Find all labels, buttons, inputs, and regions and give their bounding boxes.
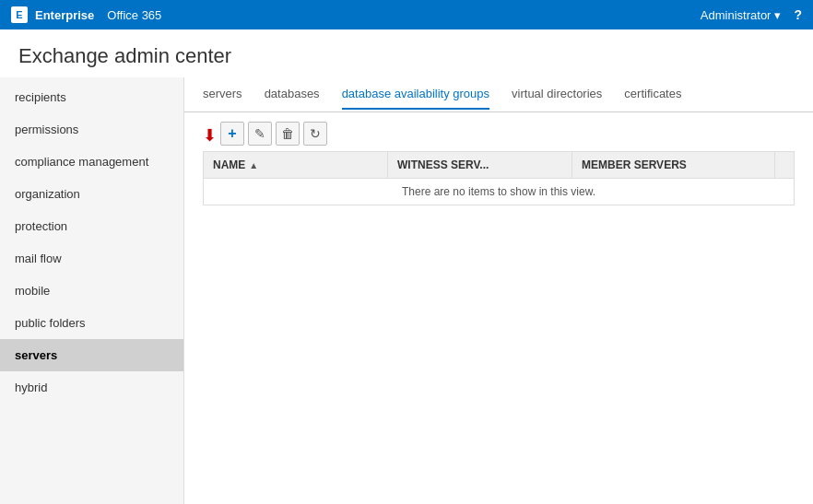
delete-button[interactable]: 🗑 bbox=[276, 122, 300, 146]
empty-message: There are no items to show in this view. bbox=[204, 179, 795, 205]
col-member-label: MEMBER SERVERS bbox=[582, 158, 687, 171]
sidebar-item-mail-flow[interactable]: mail flow bbox=[0, 242, 183, 275]
chevron-down-icon: ▾ bbox=[774, 8, 781, 22]
sidebar-item-compliance-management[interactable]: compliance management bbox=[0, 146, 183, 178]
admin-label: Administrator bbox=[701, 8, 772, 22]
tab-servers[interactable]: servers bbox=[203, 79, 242, 110]
sidebar: recipients permissions compliance manage… bbox=[0, 77, 184, 504]
col-header-extra bbox=[775, 152, 795, 179]
app-logo: E bbox=[11, 6, 28, 23]
sidebar-item-mobile[interactable]: mobile bbox=[0, 275, 183, 307]
topbar-right: Administrator ▾ ? bbox=[701, 7, 802, 22]
admin-menu[interactable]: Administrator ▾ bbox=[701, 8, 782, 22]
add-arrow-icon: ⬇ bbox=[203, 127, 217, 144]
toolbar: ⬇ + ✎ 🗑 ↻ bbox=[184, 112, 813, 151]
topbar: E Enterprise Office 365 Administrator ▾ … bbox=[0, 0, 813, 29]
layout: recipients permissions compliance manage… bbox=[0, 77, 813, 504]
col-name-label: NAME bbox=[213, 158, 245, 171]
refresh-button[interactable]: ↻ bbox=[303, 122, 327, 146]
table-empty-row: There are no items to show in this view. bbox=[204, 179, 795, 205]
tab-database-availability-groups[interactable]: database availability groups bbox=[342, 79, 489, 110]
tab-certificates[interactable]: certificates bbox=[624, 79, 681, 110]
tab-bar: servers databases database availability … bbox=[184, 77, 813, 112]
table-container: NAME ▲ WITNESS SERV... MEMBER SERVERS bbox=[184, 151, 813, 504]
col-header-member[interactable]: MEMBER SERVERS bbox=[572, 152, 775, 179]
table-header-row: NAME ▲ WITNESS SERV... MEMBER SERVERS bbox=[204, 152, 795, 179]
sidebar-item-hybrid[interactable]: hybrid bbox=[0, 371, 183, 404]
tab-virtual-directories[interactable]: virtual directories bbox=[512, 79, 602, 110]
col-header-witness[interactable]: WITNESS SERV... bbox=[388, 152, 572, 179]
topbar-left: E Enterprise Office 365 bbox=[11, 6, 161, 23]
sidebar-item-recipients[interactable]: recipients bbox=[0, 81, 183, 113]
sidebar-item-servers[interactable]: servers bbox=[0, 339, 183, 371]
add-button[interactable]: + bbox=[220, 122, 244, 146]
data-table: NAME ▲ WITNESS SERV... MEMBER SERVERS bbox=[203, 151, 795, 205]
sidebar-item-permissions[interactable]: permissions bbox=[0, 113, 183, 146]
add-icon-container: ⬇ bbox=[203, 127, 217, 140]
edit-button[interactable]: ✎ bbox=[248, 122, 272, 146]
col-header-name[interactable]: NAME ▲ bbox=[204, 152, 388, 179]
col-witness-label: WITNESS SERV... bbox=[397, 158, 489, 171]
page-title: Exchange admin center bbox=[0, 29, 813, 77]
sidebar-item-protection[interactable]: protection bbox=[0, 210, 183, 242]
sort-arrow-icon: ▲ bbox=[249, 160, 258, 170]
main-content: servers databases database availability … bbox=[184, 77, 813, 504]
topbar-enterprise: Enterprise bbox=[35, 8, 94, 22]
sidebar-item-public-folders[interactable]: public folders bbox=[0, 307, 183, 339]
help-icon[interactable]: ? bbox=[794, 7, 802, 22]
sidebar-item-organization[interactable]: organization bbox=[0, 178, 183, 210]
tab-databases[interactable]: databases bbox=[265, 79, 320, 110]
topbar-office365: Office 365 bbox=[107, 8, 161, 22]
